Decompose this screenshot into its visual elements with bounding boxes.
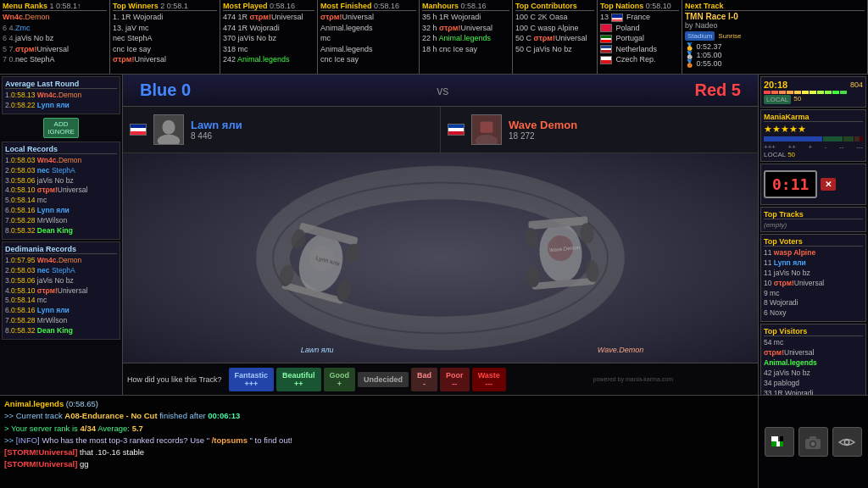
main-area: Blue 0 vs Red 5 Lawn яли 8 446 [123, 75, 758, 395]
top-nations-panel: Top Nations 0:58.10 13 France Poland Por… [598, 0, 682, 74]
flag-button[interactable] [765, 427, 794, 457]
chat-area: Animal.legends (0:58.65) >> Current trac… [0, 395, 758, 488]
visitor-entry: 42 jaVis No bz [764, 369, 863, 379]
rank-entry: 6 4.jaVis No bz [3, 33, 107, 44]
winner-entry: 13. jaV mc [113, 23, 217, 34]
voter-entry: 10 στρм!Universal [764, 279, 863, 289]
nation-entry: Poland [600, 23, 679, 34]
eye-button[interactable] [832, 427, 862, 457]
manhours-title: Manhours 0:58.16 [422, 2, 509, 11]
karma-local: LOCAL 50 [764, 151, 863, 158]
visitor-entry: 34 pablogd [764, 379, 863, 389]
played-entry: 318 mc [223, 44, 314, 55]
local-record-entry: 8.0:58.32 Dean King [5, 226, 117, 236]
next-track-panel: Next Track TMN Race I-0 by Nadeo Stadium… [682, 0, 868, 74]
finished-entry: Animal.legends [320, 44, 416, 55]
winner-entry: 1. 1R Wojoradi [113, 12, 217, 23]
winner-entry: στρм!Universal [113, 54, 217, 65]
player-info-bar: Lawn яли 8 446 Wave Demon 18 272 [123, 107, 758, 153]
local-record-entry: 3.0:58.06 jaVis No bz [5, 176, 117, 186]
top-tracks-title: Top Tracks [764, 210, 863, 219]
svg-rect-24 [771, 441, 776, 446]
time-rank-panel: 20:18 804 LOCAL 50 [760, 76, 866, 108]
svg-rect-26 [775, 436, 778, 441]
top-tracks-panel: Top Tracks (empty) [760, 207, 866, 232]
finished-entry: mc [320, 33, 416, 44]
timer-close-button[interactable]: ✕ [821, 178, 836, 191]
kart-right-label: Wave.Demon [598, 346, 643, 354]
hours-entry: 22 h Animal.legends [422, 33, 509, 44]
local-record-entry: 4.0:58.10 στρм!Universal [5, 186, 117, 196]
rating-fantastic[interactable]: Fantastic+++ [229, 368, 275, 391]
voter-entry: 11 Lynn яли [764, 258, 863, 269]
karma-scale: ++++++------ [764, 143, 863, 151]
menu-ranks-title: Menu Ranks 1 0:58.1↑ [3, 2, 107, 11]
next-track-title: Next Track [685, 2, 865, 11]
right-bottom-icons [758, 395, 868, 488]
visitor-entry: Animal.legends [764, 358, 863, 369]
chat-line: [STORM!Universal] that .10-.16 stable [4, 446, 754, 458]
rating-beautiful[interactable]: Beautiful++ [276, 368, 321, 391]
rank-entry: 7 0.nec StephA [3, 54, 107, 65]
server-time: 20:18 [764, 80, 787, 90]
vs-label: vs [437, 84, 448, 97]
svg-rect-25 [771, 436, 775, 441]
finished-entry: cnc Ice say [320, 54, 416, 65]
timer-panel: 0:11 ✕ [760, 164, 866, 205]
avg-entry: 1.0:58.13 Wn4c.Demon [5, 91, 117, 101]
score-bar: Blue 0 vs Red 5 [123, 75, 758, 107]
chat-line: > Your server rank is 4/34 Average: 5.7 [4, 423, 754, 435]
local-records-title: Local Records [5, 145, 117, 154]
svg-rect-29 [780, 441, 783, 446]
voter-entry: 8 Wojoradi [764, 298, 863, 308]
track-times: 🥇 0:52.37 🥈 1:05.00 🥉 0:55.00 [685, 42, 865, 68]
top-tracks-empty: (empty) [764, 221, 863, 229]
manhours-panel: Manhours 0:58.16 35 h 1R Wojoradi 32 h σ… [420, 0, 513, 74]
countdown-timer: 0:11 [764, 170, 817, 198]
dedi-entry: 6.0:58.16 Lynn яли [5, 306, 117, 316]
local-records-section: Local Records 1.0:58.03 Wn4c.Demon 2.0:5… [2, 141, 120, 240]
played-entry: 370 jaVis No bz [223, 33, 314, 44]
camera-button[interactable] [798, 427, 828, 457]
top-visitors-title: Top Visitors [764, 327, 863, 336]
mania-karma-panel: ManiaKarma ★★★★★ ++++++------ LOCAL 50 [760, 109, 866, 162]
svg-point-10 [343, 242, 362, 265]
nation-entry: Czech Rep. [600, 54, 679, 65]
rating-bad[interactable]: Bad- [411, 368, 437, 391]
mania-karma-credit: powered by mania-karma.com [513, 376, 754, 382]
top-bar: Menu Ranks 1 0:58.1↑ Wn4c.Demon 6 4.Zmc … [0, 0, 868, 75]
played-entry: 242 Animal.legends [223, 54, 314, 65]
local-record-entry: 5.0:58.14 mc [5, 196, 117, 206]
nation-entry: Netherlands [600, 44, 679, 55]
rank-bar [764, 91, 863, 94]
dedi-entry: 1.0:57.95 Wn4c.Demon [5, 256, 117, 266]
add-ignore-button[interactable]: ADDIGNORE [43, 118, 79, 138]
dedi-entry: 5.0:58.14 mc [5, 296, 117, 306]
hours-entry: 35 h 1R Wojoradi [422, 12, 509, 23]
voter-entry: 6 Noxy [764, 308, 863, 319]
rating-undecided[interactable]: Undecided [358, 372, 409, 387]
svg-rect-28 [780, 436, 783, 441]
rating-waste[interactable]: Waste--- [472, 368, 506, 391]
nation-entry: Portugal [600, 33, 679, 44]
top-visitors-panel: Top Visitors 54 mc στρм!Universal Animal… [760, 324, 866, 395]
blue-score: Blue 0 [140, 80, 191, 100]
finished-entry: στρм!Universal [320, 12, 416, 23]
svg-point-32 [811, 441, 815, 446]
hours-entry: 32 h στρм!Universal [422, 23, 509, 34]
svg-point-35 [845, 441, 849, 444]
svg-rect-2 [480, 122, 492, 133]
top-winners-panel: Top Winners 2 0:58.1 1. 1R Wojoradi 13. … [110, 0, 220, 74]
local-record-entry: 6.0:58.16 Lynn яли [5, 206, 117, 216]
contrib-entry: 100 C 2K Oasa [515, 12, 594, 23]
rating-poor[interactable]: Poor-- [440, 368, 470, 391]
rating-question: How did you like this Track? [127, 375, 222, 384]
dedi-entry: 3.0:58.06 jaVis No bz [5, 276, 117, 286]
contributors-title: Top Contributors [515, 2, 594, 11]
rating-good[interactable]: Good+ [324, 368, 356, 391]
svg-point-19 [579, 222, 594, 243]
menu-ranks-panel: Menu Ranks 1 0:58.1↑ Wn4c.Demon 6 4.Zmc … [0, 0, 110, 74]
track-type: Stadium [685, 31, 715, 41]
mania-karma-title: ManiaKarma [764, 113, 863, 122]
avg-round-title: Average Last Round [5, 80, 117, 89]
